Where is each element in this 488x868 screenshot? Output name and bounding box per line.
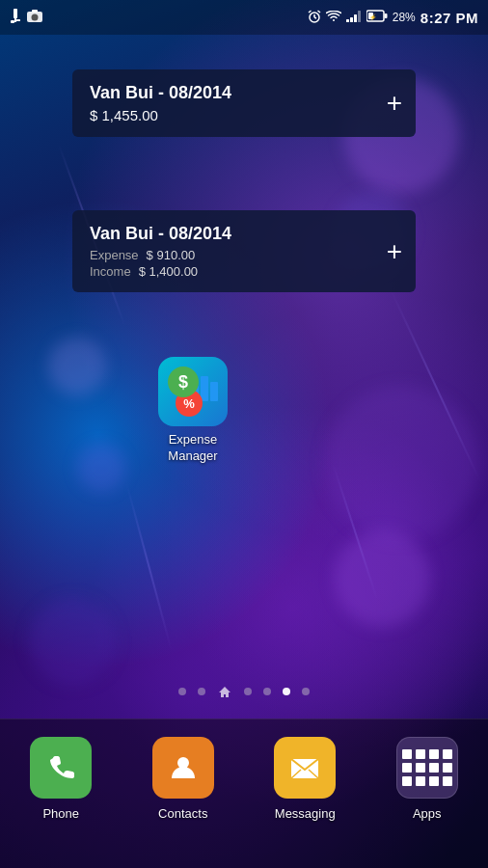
widget-2-title: Van Bui - 08/2014 xyxy=(90,224,398,244)
svg-rect-12 xyxy=(346,19,349,22)
apps-label: Apps xyxy=(413,806,442,821)
svg-line-9 xyxy=(314,17,316,18)
expense-manager-icon-graphic: $ % xyxy=(166,365,220,419)
page-dot-6[interactable] xyxy=(302,688,310,695)
page-dot-3[interactable] xyxy=(244,688,252,695)
page-dot-1[interactable] xyxy=(198,688,205,695)
status-right: ⚡ 28% 8:27 PM xyxy=(308,10,478,26)
widget-2-income-label: Income xyxy=(90,264,131,279)
apps-grid xyxy=(402,749,452,786)
svg-text:⚡: ⚡ xyxy=(369,14,377,21)
dock-apps[interactable]: Apps xyxy=(389,737,466,821)
svg-rect-6 xyxy=(32,10,38,13)
svg-rect-3 xyxy=(16,19,20,21)
page-dot-5[interactable] xyxy=(283,688,290,695)
widget-2-expense-label: Expense xyxy=(90,248,139,262)
alarm-icon xyxy=(308,10,321,26)
messaging-label: Messaging xyxy=(275,806,336,821)
wifi-icon xyxy=(326,10,341,25)
widget-1-title: Van Bui - 08/2014 xyxy=(90,83,398,103)
usb-icon xyxy=(10,9,21,27)
widget-2-expense-row: Expense $ 910.00 xyxy=(90,248,398,262)
page-indicator xyxy=(0,684,488,699)
apps-icon xyxy=(396,737,458,799)
dock: Phone Contacts Messaging xyxy=(0,719,488,868)
svg-line-10 xyxy=(309,11,312,13)
dollar-coin: $ xyxy=(168,366,199,397)
dock-phone[interactable]: Phone xyxy=(22,737,99,821)
dock-contacts[interactable]: Contacts xyxy=(145,737,222,821)
phone-icon xyxy=(30,737,92,799)
photo-icon xyxy=(27,10,42,25)
widget-1[interactable]: Van Bui - 08/2014 $ 1,455.00 + xyxy=(72,69,416,137)
page-dot-0[interactable] xyxy=(178,688,186,695)
svg-rect-18 xyxy=(384,14,387,18)
widget-2-income-value: $ 1,400.00 xyxy=(139,264,198,279)
widget-1-add-button[interactable]: + xyxy=(387,90,402,117)
contacts-label: Contacts xyxy=(158,806,207,821)
svg-rect-2 xyxy=(11,20,14,23)
expense-manager-icon-img: $ % xyxy=(158,357,228,426)
svg-rect-13 xyxy=(350,17,353,22)
page-dot-4[interactable] xyxy=(263,688,271,695)
svg-rect-15 xyxy=(358,11,361,22)
phone-label: Phone xyxy=(42,806,79,821)
svg-line-11 xyxy=(317,11,320,13)
battery-percent: 28% xyxy=(393,11,416,24)
contacts-icon xyxy=(152,737,214,799)
widget-2-income-row: Income $ 1,400.00 xyxy=(90,264,398,279)
expense-manager-label: ExpenseManager xyxy=(168,432,217,465)
svg-rect-0 xyxy=(14,9,17,18)
expense-manager-app-icon[interactable]: $ % ExpenseManager xyxy=(149,357,236,465)
widget-1-amount: $ 1,455.00 xyxy=(90,107,398,123)
status-time: 8:27 PM xyxy=(420,10,478,26)
widget-2-expense-value: $ 910.00 xyxy=(147,248,196,262)
svg-point-5 xyxy=(32,14,39,21)
widget-2-add-button[interactable]: + xyxy=(387,238,402,265)
signal-icon xyxy=(346,10,362,25)
messaging-icon xyxy=(274,737,336,799)
svg-rect-14 xyxy=(354,14,357,22)
status-bar: ⚡ 28% 8:27 PM xyxy=(0,0,488,35)
dock-messaging[interactable]: Messaging xyxy=(266,737,343,821)
widget-2[interactable]: Van Bui - 08/2014 Expense $ 910.00 Incom… xyxy=(72,210,416,292)
status-left xyxy=(10,9,42,27)
home-page-dot[interactable] xyxy=(217,684,232,699)
battery-icon: ⚡ xyxy=(366,10,388,25)
